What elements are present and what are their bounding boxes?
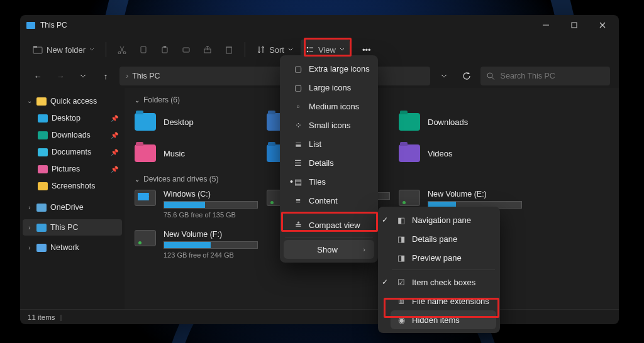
menu-extra-large-icons[interactable]: ▢Extra large icons bbox=[284, 59, 374, 78]
show-submenu: ✓◧Navigation pane ◨Details pane ◨Preview… bbox=[378, 207, 500, 333]
sort-icon bbox=[257, 45, 265, 54]
sidebar-item-desktop[interactable]: Desktop📌 bbox=[23, 110, 122, 126]
list-icon: ≣ bbox=[292, 139, 304, 149]
menu-details[interactable]: ☰Details bbox=[284, 153, 374, 172]
view-menu: ▢Extra large icons ▢Large icons ▫Medium … bbox=[280, 55, 378, 263]
sidebar-item-pictures[interactable]: Pictures📌 bbox=[23, 161, 122, 177]
menu-hidden-items[interactable]: ◉Hidden items bbox=[391, 310, 496, 329]
up-button[interactable]: ↑ bbox=[97, 67, 114, 85]
folder-icon bbox=[135, 144, 156, 162]
file-icon: 🗎 bbox=[396, 297, 407, 306]
new-folder-button[interactable]: New folder bbox=[28, 40, 99, 60]
sidebar: ⌄Quick access Desktop📌 Downloads📌 Docume… bbox=[20, 88, 125, 309]
checkbox-icon: ☑ bbox=[396, 278, 407, 287]
check-icon: ✓ bbox=[382, 278, 388, 286]
menu-content[interactable]: ≡Content bbox=[284, 191, 374, 210]
svg-point-17 bbox=[307, 51, 309, 53]
menu-file-name-extensions[interactable]: 🗎File name extensions bbox=[391, 291, 496, 310]
search-input[interactable] bbox=[499, 71, 604, 81]
window-title: This PC bbox=[40, 21, 67, 30]
drive-item[interactable]: New Volume (F:)123 GB free of 244 GB bbox=[135, 230, 267, 259]
menu-item-check-boxes[interactable]: ✓☑Item check boxes bbox=[391, 273, 496, 291]
menu-tiles[interactable]: •▤Tiles bbox=[284, 172, 374, 191]
search-box[interactable] bbox=[480, 67, 610, 85]
drive-item[interactable]: Windows (C:)75.6 GB free of 135 GB bbox=[135, 190, 267, 219]
svg-line-20 bbox=[492, 77, 494, 80]
copy-button[interactable] bbox=[134, 40, 153, 60]
sidebar-item-onedrive[interactable]: ›OneDrive bbox=[23, 199, 122, 215]
rename-button[interactable] bbox=[177, 40, 196, 60]
svg-rect-8 bbox=[141, 46, 146, 53]
svg-point-19 bbox=[487, 73, 492, 78]
network-icon bbox=[36, 244, 47, 252]
folder-icon bbox=[135, 113, 156, 131]
cut-button[interactable] bbox=[113, 40, 131, 60]
svg-rect-5 bbox=[33, 46, 37, 48]
menu-medium-icons[interactable]: ▫Medium icons bbox=[284, 97, 374, 116]
menu-navigation-pane[interactable]: ✓◧Navigation pane bbox=[391, 210, 496, 229]
panel-icon: ◨ bbox=[396, 253, 407, 263]
svg-rect-4 bbox=[33, 47, 42, 53]
svg-rect-11 bbox=[183, 48, 189, 52]
svg-rect-10 bbox=[164, 46, 166, 48]
maximize-button[interactable] bbox=[560, 15, 588, 35]
sidebar-item-network[interactable]: ›Network bbox=[23, 239, 122, 256]
menu-large-icons[interactable]: ▢Large icons bbox=[284, 78, 374, 97]
status-count: 11 items bbox=[28, 313, 55, 321]
folder-item[interactable]: Videos bbox=[399, 142, 531, 165]
menu-small-icons[interactable]: ⁘Small icons bbox=[284, 116, 374, 134]
dropdown-button[interactable] bbox=[435, 67, 453, 85]
sidebar-item-screenshots[interactable]: Screenshots bbox=[23, 178, 122, 194]
svg-rect-9 bbox=[162, 47, 167, 53]
svg-rect-13 bbox=[226, 47, 231, 53]
close-button[interactable] bbox=[588, 15, 616, 35]
breadcrumb-root: This PC bbox=[132, 72, 160, 80]
titlebar: This PC bbox=[20, 15, 619, 35]
sidebar-item-this-pc[interactable]: ›This PC bbox=[23, 219, 122, 236]
folder-icon bbox=[38, 114, 48, 122]
forward-button[interactable]: → bbox=[52, 67, 69, 85]
refresh-button[interactable] bbox=[458, 67, 475, 85]
chevron-down-icon bbox=[340, 47, 345, 52]
this-pc-icon bbox=[26, 22, 35, 29]
grid-icon: ▢ bbox=[292, 64, 304, 74]
menu-compact-view[interactable]: ≛Compact view bbox=[284, 215, 374, 234]
delete-button[interactable] bbox=[219, 40, 238, 60]
menu-preview-pane[interactable]: ◨Preview pane bbox=[391, 248, 496, 267]
sidebar-item-quick-access[interactable]: ⌄Quick access bbox=[23, 93, 122, 109]
cloud-icon bbox=[36, 204, 47, 212]
drive-icon bbox=[135, 230, 156, 246]
folder-item[interactable]: Music bbox=[135, 142, 267, 165]
folder-icon bbox=[399, 144, 420, 162]
paste-button[interactable] bbox=[155, 40, 174, 60]
folder-icon bbox=[38, 182, 48, 190]
chevron-right-icon: › bbox=[126, 72, 128, 80]
sidebar-item-downloads[interactable]: Downloads📌 bbox=[23, 127, 122, 143]
back-button[interactable]: ← bbox=[29, 67, 47, 85]
pin-icon: 📌 bbox=[111, 166, 118, 173]
check-icon: ✓ bbox=[382, 215, 388, 224]
search-icon bbox=[487, 72, 494, 80]
compact-icon: ≛ bbox=[292, 220, 304, 230]
menu-show[interactable]: Show› bbox=[284, 240, 374, 259]
svg-point-15 bbox=[307, 47, 309, 49]
list-icon: ☰ bbox=[292, 158, 304, 168]
menu-list[interactable]: ≣List bbox=[284, 134, 374, 153]
chevron-down-icon bbox=[89, 47, 94, 52]
recent-button[interactable] bbox=[74, 67, 92, 85]
sort-label: Sort bbox=[269, 45, 284, 55]
drive-icon bbox=[135, 190, 156, 206]
share-button[interactable] bbox=[198, 40, 217, 60]
folder-icon bbox=[399, 113, 420, 131]
sidebar-item-documents[interactable]: Documents📌 bbox=[23, 144, 122, 160]
svg-rect-1 bbox=[572, 23, 577, 28]
new-folder-icon bbox=[33, 45, 43, 54]
minimize-button[interactable] bbox=[531, 15, 560, 35]
status-bar: 11 items| bbox=[20, 309, 619, 324]
menu-details-pane[interactable]: ◨Details pane bbox=[391, 229, 496, 248]
panel-icon: ◨ bbox=[396, 234, 407, 244]
folder-icon bbox=[38, 165, 48, 173]
folder-item[interactable]: Downloads bbox=[399, 111, 531, 133]
breadcrumb[interactable]: › This PC bbox=[119, 67, 430, 85]
folder-item[interactable]: Desktop bbox=[135, 111, 267, 133]
